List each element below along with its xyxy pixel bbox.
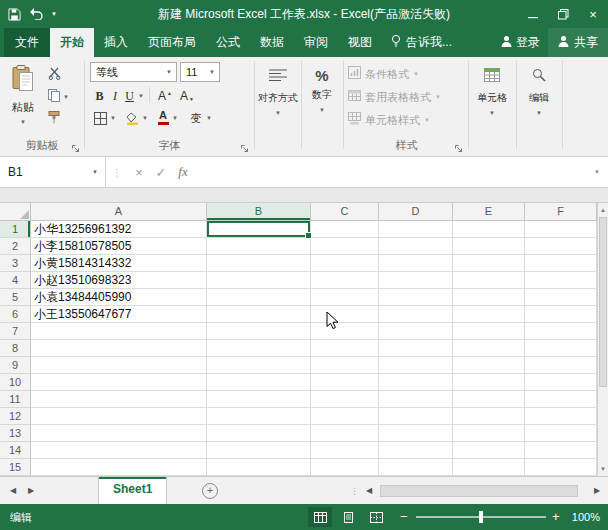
row-header-14[interactable]: 14 xyxy=(0,442,31,459)
cell-B12[interactable] xyxy=(207,408,311,425)
cell-D13[interactable] xyxy=(379,425,453,442)
italic-button[interactable]: I xyxy=(109,87,121,105)
cell-A10[interactable] xyxy=(31,374,207,391)
column-header-B[interactable]: B xyxy=(207,203,311,221)
sheet-nav-prev-button[interactable]: ◀ xyxy=(6,477,20,505)
row-header-6[interactable]: 6 xyxy=(0,306,31,323)
qat-customize-button[interactable]: ▼ xyxy=(51,11,57,17)
underline-dropdown-icon[interactable]: ▼ xyxy=(138,93,144,99)
fill-color-dropdown-icon[interactable]: ▼ xyxy=(142,115,148,121)
cell-B2[interactable] xyxy=(207,238,311,255)
cell-E8[interactable] xyxy=(453,340,525,357)
save-button[interactable] xyxy=(8,8,21,21)
zoom-slider[interactable] xyxy=(416,516,546,518)
minimize-button[interactable] xyxy=(518,0,548,28)
cell-A5[interactable]: 小袁13484405990 xyxy=(31,289,207,306)
cell-E14[interactable] xyxy=(453,442,525,459)
cell-E10[interactable] xyxy=(453,374,525,391)
cell-F11[interactable] xyxy=(525,391,597,408)
cell-B1[interactable] xyxy=(207,221,311,238)
tab-插入[interactable]: 插入 xyxy=(94,28,138,57)
cell-D3[interactable] xyxy=(379,255,453,272)
cell-B10[interactable] xyxy=(207,374,311,391)
cell-C7[interactable] xyxy=(311,323,379,340)
cell-E12[interactable] xyxy=(453,408,525,425)
tab-数据[interactable]: 数据 xyxy=(250,28,294,57)
font-color-dropdown-icon[interactable]: ▼ xyxy=(172,115,178,121)
tab-审阅[interactable]: 审阅 xyxy=(294,28,338,57)
row-header-7[interactable]: 7 xyxy=(0,323,31,340)
column-header-D[interactable]: D xyxy=(379,203,453,221)
font-size-select[interactable]: 11 ▼ xyxy=(180,62,220,82)
cell-A6[interactable]: 小王13550647677 xyxy=(31,306,207,323)
cell-C14[interactable] xyxy=(311,442,379,459)
horizontal-scrollbar[interactable] xyxy=(378,485,586,497)
cell-D7[interactable] xyxy=(379,323,453,340)
cell-B9[interactable] xyxy=(207,357,311,374)
alignment-group-button[interactable]: 对齐方式 ▼ xyxy=(257,61,299,137)
fill-color-button[interactable] xyxy=(124,109,140,127)
cell-D9[interactable] xyxy=(379,357,453,374)
select-all-button[interactable] xyxy=(0,203,31,221)
row-header-12[interactable]: 12 xyxy=(0,408,31,425)
grow-font-button[interactable]: A▲ xyxy=(155,87,175,105)
cell-D5[interactable] xyxy=(379,289,453,306)
horizontal-scroll-thumb[interactable] xyxy=(380,485,578,497)
borders-button[interactable] xyxy=(92,109,108,127)
enter-button[interactable]: ✓ xyxy=(150,165,172,180)
column-header-A[interactable]: A xyxy=(31,203,207,221)
cell-C10[interactable] xyxy=(311,374,379,391)
insert-function-button[interactable]: fx xyxy=(172,164,194,180)
cell-D4[interactable] xyxy=(379,272,453,289)
sheet-nav-next-button[interactable]: ▶ xyxy=(24,477,38,505)
cell-C13[interactable] xyxy=(311,425,379,442)
cell-F7[interactable] xyxy=(525,323,597,340)
cell-F15[interactable] xyxy=(525,459,597,476)
cell-A2[interactable]: 小李15810578505 xyxy=(31,238,207,255)
row-header-9[interactable]: 9 xyxy=(0,357,31,374)
cell-F9[interactable] xyxy=(525,357,597,374)
cell-C3[interactable] xyxy=(311,255,379,272)
cell-A9[interactable] xyxy=(31,357,207,374)
cell-B11[interactable] xyxy=(207,391,311,408)
cell-D10[interactable] xyxy=(379,374,453,391)
tab-开始[interactable]: 开始 xyxy=(50,28,94,57)
cell-F2[interactable] xyxy=(525,238,597,255)
cell-E7[interactable] xyxy=(453,323,525,340)
cell-styles-button[interactable]: 单元格样式 ▼ xyxy=(348,110,465,130)
clipboard-dialog-launcher[interactable] xyxy=(72,139,80,157)
column-header-E[interactable]: E xyxy=(453,203,525,221)
cell-E1[interactable] xyxy=(453,221,525,238)
cell-F13[interactable] xyxy=(525,425,597,442)
cell-B15[interactable] xyxy=(207,459,311,476)
cell-A14[interactable] xyxy=(31,442,207,459)
cell-D1[interactable] xyxy=(379,221,453,238)
row-header-2[interactable]: 2 xyxy=(0,238,31,255)
zoom-percentage[interactable]: 100% xyxy=(572,504,600,530)
cell-E11[interactable] xyxy=(453,391,525,408)
cell-E9[interactable] xyxy=(453,357,525,374)
cell-F1[interactable] xyxy=(525,221,597,238)
styles-dialog-launcher[interactable] xyxy=(455,139,463,157)
font-color-button[interactable]: A xyxy=(156,108,170,126)
row-header-5[interactable]: 5 xyxy=(0,289,31,306)
cell-A1[interactable]: 小华13256961392 xyxy=(31,221,207,238)
font-dialog-launcher[interactable] xyxy=(241,139,249,157)
share-button[interactable]: 共享 xyxy=(548,28,608,57)
shrink-font-button[interactable]: A▼ xyxy=(177,87,197,105)
cell-B8[interactable] xyxy=(207,340,311,357)
vertical-scroll-thumb[interactable] xyxy=(599,217,607,387)
paste-button[interactable]: 粘贴 ▼ xyxy=(4,61,42,135)
bold-button[interactable]: B xyxy=(92,87,107,105)
cell-C4[interactable] xyxy=(311,272,379,289)
cell-D11[interactable] xyxy=(379,391,453,408)
cells-group-button[interactable]: 单元格 ▼ xyxy=(472,61,512,137)
phonetic-button[interactable]: 变 xyxy=(188,109,204,127)
cell-B6[interactable] xyxy=(207,306,311,323)
cell-C6[interactable] xyxy=(311,306,379,323)
format-painter-button[interactable] xyxy=(44,109,80,128)
editing-group-button[interactable]: 编辑 ▼ xyxy=(520,61,558,137)
number-group-button[interactable]: % 数字 ▼ xyxy=(304,61,340,137)
phonetic-dropdown-icon[interactable]: ▼ xyxy=(206,115,212,121)
cell-D2[interactable] xyxy=(379,238,453,255)
